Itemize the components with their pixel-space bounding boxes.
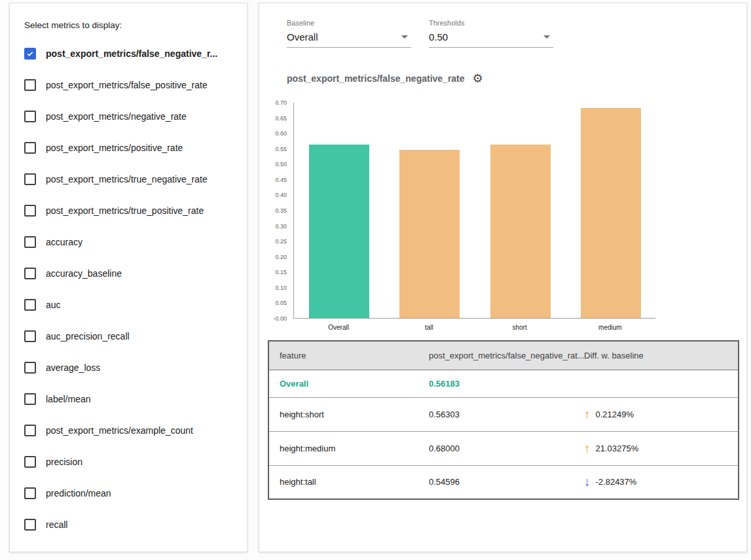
y-tick-label: 0.15 bbox=[275, 270, 287, 275]
y-tick-label: 0.30 bbox=[275, 224, 287, 230]
chevron-down-icon bbox=[401, 35, 408, 39]
x-tick-label: medium bbox=[565, 324, 655, 331]
y-tick-label: 0.50 bbox=[275, 162, 287, 167]
chart-header: post_export_metrics/false_negative_rate … bbox=[287, 73, 483, 84]
metric-item[interactable]: post_export_metrics/true_positive_rate bbox=[23, 195, 234, 226]
checkbox-icon[interactable] bbox=[24, 205, 36, 217]
baseline-dropdown[interactable]: Baseline Overall bbox=[287, 19, 411, 48]
metric-label: post_export_metrics/true_positive_rate bbox=[46, 205, 204, 216]
metric-item[interactable]: post_export_metrics/false_negative_r... bbox=[23, 38, 234, 69]
table-header-cell: post_export_metrics/false_negative_rat..… bbox=[418, 341, 574, 370]
diff-value: 0.21249% bbox=[596, 410, 634, 419]
metric-item[interactable]: accuracy_baseline bbox=[23, 258, 234, 289]
checkbox-icon[interactable] bbox=[24, 425, 36, 436]
value-cell: 0.56183 bbox=[418, 370, 574, 397]
metric-item[interactable]: post_export_metrics/positive_rate bbox=[23, 132, 234, 164]
metric-label: recall bbox=[46, 519, 67, 530]
y-tick-label: 0.60 bbox=[275, 131, 287, 137]
bar-short[interactable] bbox=[490, 145, 551, 318]
metric-label: label/mean bbox=[46, 394, 91, 404]
metric-selector-panel: Select metrics to display: post_export_m… bbox=[9, 3, 247, 552]
metric-label: post_export_metrics/true_negative_rate bbox=[46, 174, 208, 184]
baseline-label: Baseline bbox=[287, 19, 411, 27]
y-tick-label: 0.70 bbox=[275, 100, 287, 106]
table-row[interactable]: height:tall0.54596↓-2.82437% bbox=[268, 465, 739, 499]
diff-indicator: ↑0.21249% bbox=[584, 408, 634, 421]
gear-icon[interactable]: ⚙ bbox=[473, 73, 483, 84]
value-cell: 0.68000 bbox=[418, 431, 574, 465]
up-arrow-icon: ↑ bbox=[584, 408, 591, 421]
table-row[interactable]: height:medium0.68000↑21.03275% bbox=[268, 431, 739, 465]
y-tick-label: 0.65 bbox=[275, 116, 287, 122]
chevron-down-icon bbox=[543, 35, 550, 39]
checkbox-icon[interactable] bbox=[24, 519, 36, 531]
table-header-cell: Diff. w. baseline bbox=[574, 341, 739, 370]
check-icon bbox=[26, 50, 34, 58]
diff-indicator: ↑21.03275% bbox=[584, 442, 638, 455]
checkbox-icon[interactable] bbox=[24, 236, 36, 248]
metric-label: auc_precision_recall bbox=[46, 331, 130, 341]
x-axis: Overalltallshortmedium bbox=[293, 324, 655, 333]
table-body: Overall0.56183height:short0.56303↑0.2124… bbox=[268, 370, 739, 499]
metric-item[interactable]: label/mean bbox=[23, 383, 234, 415]
metric-item[interactable]: precision bbox=[23, 446, 234, 478]
metric-selector-title: Select metrics to display: bbox=[24, 20, 234, 30]
bar-chart: 0.700.650.600.550.500.450.400.350.300.25… bbox=[259, 95, 748, 338]
metric-item[interactable]: prediction/mean bbox=[23, 478, 234, 509]
thresholds-value: 0.50 bbox=[429, 31, 448, 43]
up-arrow-icon: ↑ bbox=[584, 442, 591, 455]
feature-cell: Overall bbox=[268, 370, 418, 397]
metric-item[interactable]: auc bbox=[23, 289, 234, 321]
metric-label: post_export_metrics/false_positive_rate bbox=[46, 80, 208, 90]
thresholds-dropdown[interactable]: Thresholds 0.50 bbox=[429, 19, 553, 48]
checkbox-icon[interactable] bbox=[24, 173, 36, 185]
checkbox-icon[interactable] bbox=[24, 299, 36, 311]
metric-item[interactable]: post_export_metrics/false_positive_rate bbox=[23, 69, 234, 101]
diff-cell: ↑21.03275% bbox=[574, 431, 739, 465]
y-tick-label: 0.35 bbox=[275, 208, 287, 214]
metric-item[interactable]: recall bbox=[23, 509, 234, 540]
y-tick-label: 0.25 bbox=[275, 239, 287, 245]
metric-item[interactable]: post_export_metrics/example_count bbox=[23, 415, 234, 446]
y-axis: 0.700.650.600.550.500.450.400.350.300.25… bbox=[259, 103, 291, 319]
diff-value: 21.03275% bbox=[596, 444, 639, 453]
table-header-row: featurepost_export_metrics/false_negativ… bbox=[268, 341, 739, 370]
checkbox-icon[interactable] bbox=[24, 330, 36, 342]
metrics-list: post_export_metrics/false_negative_r...p… bbox=[23, 38, 234, 540]
checkbox-icon[interactable] bbox=[24, 456, 36, 468]
checkbox-checked-icon[interactable] bbox=[24, 48, 36, 60]
bar-tall[interactable] bbox=[399, 150, 460, 318]
feature-cell: height:medium bbox=[268, 431, 418, 465]
metric-label: post_export_metrics/example_count bbox=[46, 425, 193, 436]
table-row[interactable]: Overall0.56183 bbox=[268, 370, 739, 397]
bar-medium[interactable] bbox=[581, 108, 641, 318]
metric-label: auc bbox=[46, 300, 61, 310]
metric-label: prediction/mean bbox=[46, 488, 111, 499]
checkbox-icon[interactable] bbox=[24, 362, 36, 374]
checkbox-icon[interactable] bbox=[24, 111, 36, 122]
thresholds-label: Thresholds bbox=[429, 19, 553, 27]
checkbox-icon[interactable] bbox=[24, 268, 36, 279]
metric-label: average_loss bbox=[46, 362, 100, 373]
diff-value: -2.82437% bbox=[596, 477, 637, 487]
checkbox-icon[interactable] bbox=[24, 487, 36, 499]
metric-item[interactable]: auc_precision_recall bbox=[23, 321, 234, 352]
diff-cell bbox=[574, 370, 739, 397]
bar-Overall[interactable] bbox=[309, 145, 369, 318]
metric-item[interactable]: post_export_metrics/negative_rate bbox=[23, 101, 234, 132]
table-row[interactable]: height:short0.56303↑0.21249% bbox=[268, 397, 739, 431]
diff-indicator: ↓-2.82437% bbox=[584, 476, 636, 488]
metric-item[interactable]: accuracy bbox=[23, 226, 234, 258]
checkbox-icon[interactable] bbox=[24, 393, 36, 405]
metric-item[interactable]: average_loss bbox=[23, 352, 234, 383]
y-tick-label: 0.20 bbox=[275, 254, 287, 260]
y-tick-label: 0.05 bbox=[275, 300, 287, 306]
y-tick-label: 0.45 bbox=[275, 177, 287, 183]
checkbox-icon[interactable] bbox=[24, 79, 36, 91]
x-tick-label: Overall bbox=[293, 324, 384, 331]
metric-item[interactable]: post_export_metrics/true_negative_rate bbox=[23, 164, 234, 195]
y-tick-label: 0.10 bbox=[275, 285, 287, 291]
checkbox-icon[interactable] bbox=[24, 142, 36, 154]
metric-label: accuracy bbox=[46, 237, 82, 247]
down-arrow-icon: ↓ bbox=[584, 476, 591, 488]
